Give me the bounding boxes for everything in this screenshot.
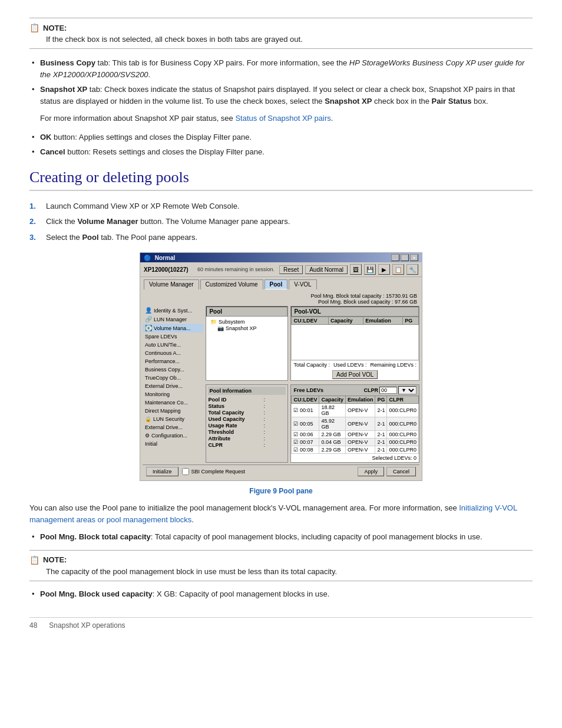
nav-panel: 👤 Identity & Syst... 🔗 LUN Manager 💽 Vol… bbox=[143, 306, 203, 448]
step-1-num: 1. bbox=[29, 200, 36, 212]
icon-btn-3[interactable]: ▶ bbox=[378, 264, 390, 275]
page-number: 48 bbox=[29, 621, 37, 630]
reset-button[interactable]: Reset bbox=[279, 265, 303, 274]
nav-label-business-copy: Business Copy... bbox=[145, 367, 184, 373]
maximize-btn[interactable]: □ bbox=[401, 254, 409, 261]
free-ldevs-panel: Free LDEVs CLPR ▼ bbox=[290, 384, 419, 463]
right-pane: Pool 📁 Subsystem 📷 Snapshot XP Pool-VOL bbox=[206, 306, 419, 463]
table-row: ☑ 00:070.04 GBOPEN-V2-1000:CLPR0 bbox=[292, 439, 419, 446]
bullet-snapshot-xp: Snapshot XP tab: Check boxes indicate th… bbox=[29, 84, 533, 107]
nav-direct[interactable]: Direct Mapping bbox=[143, 407, 203, 415]
icon-btn-5[interactable]: 🔧 bbox=[406, 264, 418, 275]
pool-usage-rate-colon: : bbox=[263, 423, 286, 429]
pool-used-cap-label: Used Capacity bbox=[208, 416, 261, 422]
cancel-text: button: Resets settings and closes the D… bbox=[65, 147, 265, 156]
pool-vol-col-emulation: Emulation bbox=[363, 317, 403, 325]
cancel-bold: Cancel bbox=[40, 147, 65, 156]
note-box-1: 📋 NOTE: If the check box is not selected… bbox=[29, 18, 533, 49]
nav-label-maintenance: Maintenance Co... bbox=[145, 400, 188, 406]
nav-label-external2: External Drive... bbox=[145, 424, 183, 430]
pool-used-cap-colon: : bbox=[263, 416, 286, 422]
nav-label-direct: Direct Mapping bbox=[145, 408, 181, 414]
nav-monitoring[interactable]: Monitoring bbox=[143, 390, 203, 398]
pool-status-colon: : bbox=[263, 403, 286, 409]
nav-label-autolun: Auto LUN/Tie... bbox=[145, 342, 181, 348]
pool-vol-col-culdev: CU:LDEV bbox=[292, 317, 329, 325]
nav-initial[interactable]: Initial bbox=[143, 440, 203, 448]
nav-maintenance[interactable]: Maintenance Co... bbox=[143, 398, 203, 407]
nav-autolun[interactable]: Auto LUN/Tie... bbox=[143, 341, 203, 349]
nav-identity[interactable]: 👤 Identity & Syst... bbox=[143, 306, 203, 315]
nav-truecopy[interactable]: TrueCopy Ob... bbox=[143, 374, 203, 382]
pool-id-colon: : bbox=[263, 397, 286, 403]
device-id: XP12000(10227) bbox=[144, 266, 189, 273]
free-col-culdev: CU:LDEV bbox=[292, 396, 319, 404]
add-pool-vol-btn[interactable]: Add Pool VOL bbox=[332, 370, 378, 379]
bullet-list-4: Pool Mng. Block used capacity: X GB: Cap… bbox=[29, 588, 533, 600]
pool-attribute-label: Attribute bbox=[208, 436, 261, 442]
pool-vol-panel-header: Pool-VOL bbox=[291, 307, 419, 317]
bullet-list-2: OK button: Applies settings and closes t… bbox=[29, 131, 533, 158]
snapshot-pair-para-end: . bbox=[331, 114, 333, 123]
clpr-input[interactable] bbox=[379, 387, 397, 394]
icon-btn-1[interactable]: 🖼 bbox=[350, 264, 362, 275]
nav-external2[interactable]: External Drive... bbox=[143, 423, 203, 431]
nav-external1[interactable]: External Drive... bbox=[143, 382, 203, 390]
nav-volume[interactable]: 💽 Volume Mana... bbox=[143, 324, 203, 332]
bullet-pool-mng-used: Pool Mng. Block used capacity: X GB: Cap… bbox=[29, 588, 533, 600]
remaining-ldevs-label: Remaining LDEVs : bbox=[370, 362, 416, 368]
note-title-2: 📋 NOTE: bbox=[29, 555, 533, 565]
nav-label-initial: Initial bbox=[145, 441, 157, 447]
nav-performance[interactable]: Performance... bbox=[143, 357, 203, 365]
step-1-text: Launch Command View XP or XP Remote Web … bbox=[46, 202, 240, 210]
step-3-text: Select the Pool tab. The Pool pane appea… bbox=[46, 233, 197, 242]
pool-clpr-label: CLPR bbox=[208, 442, 261, 448]
minimize-btn[interactable]: _ bbox=[391, 254, 399, 261]
body-para-1-end: . bbox=[191, 515, 194, 524]
tab-pool[interactable]: Pool bbox=[265, 279, 288, 289]
pool-id-label: Pool ID bbox=[208, 397, 261, 403]
tree-root: 📁 Subsystem bbox=[208, 318, 286, 325]
footer-section: Snapshot XP operations bbox=[49, 621, 125, 630]
window-bottom-bar: Initialize SBI Complete Request Apply Ca… bbox=[143, 465, 419, 478]
nav-business-copy[interactable]: Business Copy... bbox=[143, 365, 203, 374]
nav-configuration[interactable]: ⚙Configuration... bbox=[143, 431, 203, 440]
nav-icon-lun-security: 🔒 bbox=[145, 416, 151, 422]
icon-btn-4[interactable]: 📋 bbox=[392, 264, 404, 275]
nav-continuous[interactable]: Continuous A... bbox=[143, 349, 203, 357]
tab-volume-manager[interactable]: Volume Manager bbox=[144, 279, 199, 289]
audit-button[interactable]: Audit Normal bbox=[305, 265, 348, 274]
pool-mng-used-text: : X GB: Capacity of pool management bloc… bbox=[153, 589, 330, 598]
guide-title: HP StorageWorks Business Copy XP user gu… bbox=[40, 58, 524, 79]
bullet-snapshot-xp-bold: Snapshot XP bbox=[40, 85, 87, 94]
steps-list: 1. Launch Command View XP or XP Remote W… bbox=[29, 200, 533, 243]
sbi-checkbox[interactable] bbox=[182, 468, 189, 475]
icon-btn-2[interactable]: 💾 bbox=[364, 264, 376, 275]
note-title-1: 📋 NOTE: bbox=[29, 23, 533, 32]
cancel-button-win[interactable]: Cancel bbox=[386, 467, 416, 476]
tab-vvol[interactable]: V-VOL bbox=[289, 279, 316, 289]
clpr-select[interactable]: ▼ bbox=[398, 386, 416, 394]
close-btn[interactable]: × bbox=[410, 254, 418, 261]
window-title: 🔵 Normal bbox=[144, 255, 175, 261]
step-2-num: 2. bbox=[29, 216, 36, 228]
bullet-ok: OK button: Applies settings and closes t… bbox=[29, 131, 533, 143]
bullet-list-1: Business Copy tab: This tab is for Busin… bbox=[29, 57, 533, 107]
note-text-1: If the check box is not selected, all ch… bbox=[29, 35, 533, 44]
snapshot-pair-link[interactable]: Status of Snapshot XP pairs bbox=[235, 114, 330, 123]
bottom-left: Initialize SBI Complete Request bbox=[146, 467, 245, 476]
initialize-button[interactable]: Initialize bbox=[146, 467, 178, 476]
nav-label-identity: Identity & Syst... bbox=[154, 308, 192, 314]
pool-vol-col-pg: PG bbox=[403, 317, 419, 325]
window-titlebar: 🔵 Normal _ □ × bbox=[140, 253, 422, 262]
clpr-control-label: CLPR bbox=[364, 387, 379, 393]
tab-customized-volume[interactable]: Customized Volume bbox=[200, 279, 263, 289]
bottom-right: Apply Cancel bbox=[358, 467, 416, 476]
apply-button[interactable]: Apply bbox=[358, 467, 384, 476]
nav-label-truecopy: TrueCopy Ob... bbox=[145, 375, 181, 381]
nav-lun-security[interactable]: 🔒LUN Security bbox=[143, 415, 203, 423]
clpr-control: CLPR ▼ bbox=[364, 386, 417, 394]
nav-lun[interactable]: 🔗 LUN Manager bbox=[143, 315, 203, 324]
pool-vol-empty bbox=[292, 325, 419, 360]
nav-spare[interactable]: Spare LDEVs bbox=[143, 332, 203, 341]
